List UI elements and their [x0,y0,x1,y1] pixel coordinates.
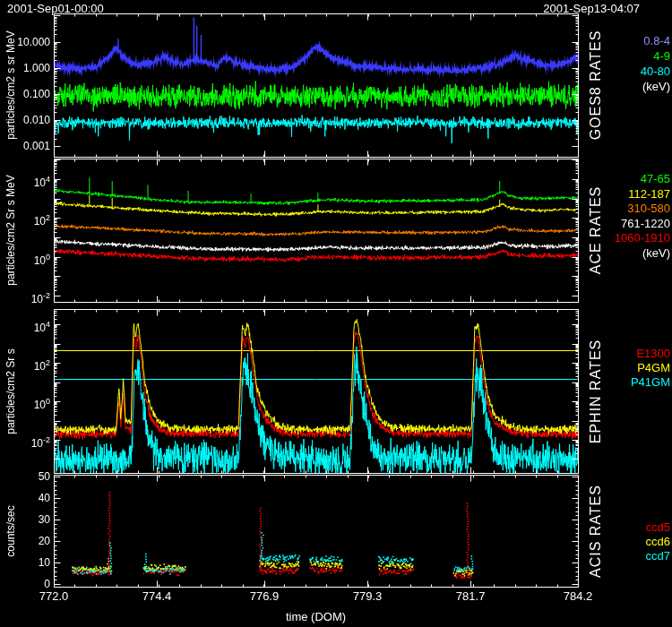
y-tick-label: 104 [0,318,50,334]
legend-entry: 112-187 [606,188,670,201]
y-axis-title: particles/cm2 Sr s MeV [4,175,17,285]
legend-entry: P4GM [606,362,670,374]
y-tick-label: 50 [0,470,50,483]
legend-entry: 310-580 [606,202,670,215]
legend-entry: (keV) [606,81,670,93]
x-tick-label: 781.7 [439,590,502,603]
y-tick-label: 10 [0,556,50,569]
legend-entry: 0.8-4 [606,35,670,47]
legend-entry: ccd6 [606,536,670,548]
axis-labels-layer: 772.0774.4776.9779.3781.7784.210.0001.00… [0,0,672,627]
y-tick-label: 10-2 [0,289,50,305]
y-axis-title: particles/cm2 s sr MeV [4,30,17,139]
y-tick-label: 0.001 [0,140,50,152]
y-axis-title: particles/cm2 Sr s [4,348,17,434]
panel-title: EPHIN RATES [590,339,602,443]
panel-title: GOES8 RATES [590,30,602,141]
legend-entry: 761-1220 [606,218,670,230]
y-tick-label: 0 [0,578,50,590]
legend-entry: 47-65 [606,173,670,185]
y-axis-title: counts/sec [4,505,17,556]
x-tick-label: 772.0 [22,590,85,603]
legend-entry: P41GM [606,376,670,389]
legend-entry: 4-9 [606,50,670,63]
x-tick-label: 774.4 [125,590,188,603]
x-tick-label: 779.3 [336,590,399,603]
x-axis-title: time (DOM) [54,610,578,623]
x-tick-label: 784.2 [547,590,609,603]
legend-entry: (keV) [606,247,670,260]
panel-title: ACE RATES [590,186,602,275]
x-tick-label: 776.9 [233,590,296,603]
legend-entry: E1300 [606,348,670,360]
legend-entry: ccd5 [606,521,670,534]
radiation-monitor-plot: 2001-Sep01-00:00 2001-Sep13-04:07 772.07… [0,0,672,627]
legend-entry: ccd7 [606,550,670,563]
panel-title: ACIS RATES [590,485,602,578]
y-tick-label: 10-2 [0,434,50,450]
legend-entry: 1060-1910 [606,232,670,245]
y-tick-label: 40 [0,492,50,504]
legend-entry: 40-80 [606,65,670,78]
